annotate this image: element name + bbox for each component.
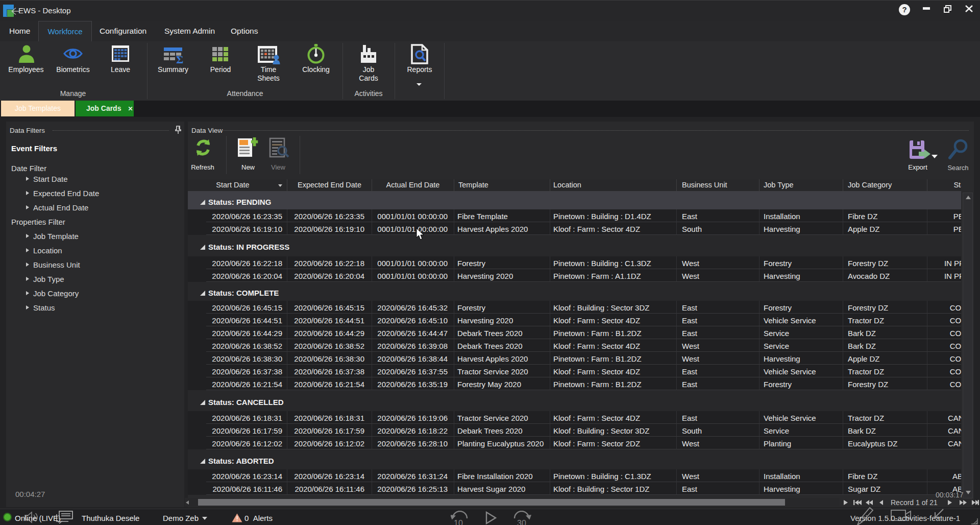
svg-text:Σ: Σ xyxy=(176,53,183,63)
svg-text:30: 30 xyxy=(517,519,526,525)
svg-text:10: 10 xyxy=(454,519,463,525)
